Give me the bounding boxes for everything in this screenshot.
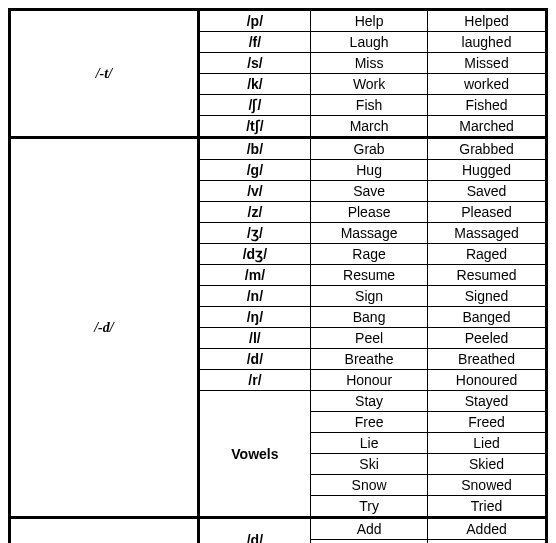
sound-cell: /l/ bbox=[198, 328, 310, 349]
table-row: /-ɪd/ /d/ Add Added bbox=[10, 518, 547, 540]
sound-cell: /ʃ/ bbox=[198, 95, 310, 116]
past-cell: Decided bbox=[428, 540, 547, 544]
past-cell: Peeled bbox=[428, 328, 547, 349]
base-cell: Rage bbox=[311, 244, 428, 265]
base-cell: Grab bbox=[311, 138, 428, 160]
table-row: /-t/ /p/ Help Helped bbox=[10, 10, 547, 32]
sound-cell: /d/ bbox=[198, 518, 310, 544]
sound-cell: /f/ bbox=[198, 32, 310, 53]
ending-d: /-d/ bbox=[10, 138, 199, 518]
base-cell: Decide bbox=[311, 540, 428, 544]
sound-cell: /k/ bbox=[198, 74, 310, 95]
past-cell: Saved bbox=[428, 181, 547, 202]
base-cell: Fish bbox=[311, 95, 428, 116]
sound-cell: /m/ bbox=[198, 265, 310, 286]
base-cell: Help bbox=[311, 10, 428, 32]
sound-cell: /ŋ/ bbox=[198, 307, 310, 328]
past-cell: Helped bbox=[428, 10, 547, 32]
past-cell: worked bbox=[428, 74, 547, 95]
past-cell: Pleased bbox=[428, 202, 547, 223]
sound-cell: /v/ bbox=[198, 181, 310, 202]
ending-t: /-t/ bbox=[10, 10, 199, 138]
sound-cell: /g/ bbox=[198, 160, 310, 181]
base-cell: March bbox=[311, 116, 428, 138]
past-cell: Signed bbox=[428, 286, 547, 307]
past-cell: Freed bbox=[428, 412, 547, 433]
past-cell: Grabbed bbox=[428, 138, 547, 160]
past-cell: Lied bbox=[428, 433, 547, 454]
past-cell: Stayed bbox=[428, 391, 547, 412]
sound-cell: /d/ bbox=[198, 349, 310, 370]
past-cell: Marched bbox=[428, 116, 547, 138]
sound-cell: /s/ bbox=[198, 53, 310, 74]
sound-cell: /z/ bbox=[198, 202, 310, 223]
base-cell: Breathe bbox=[311, 349, 428, 370]
base-cell: Snow bbox=[311, 475, 428, 496]
past-cell: Resumed bbox=[428, 265, 547, 286]
past-cell: Raged bbox=[428, 244, 547, 265]
past-cell: Snowed bbox=[428, 475, 547, 496]
base-cell: Miss bbox=[311, 53, 428, 74]
base-cell: Honour bbox=[311, 370, 428, 391]
past-cell: laughed bbox=[428, 32, 547, 53]
past-cell: Missed bbox=[428, 53, 547, 74]
sound-cell: /r/ bbox=[198, 370, 310, 391]
past-cell: Skied bbox=[428, 454, 547, 475]
base-cell: Ski bbox=[311, 454, 428, 475]
base-cell: Lie bbox=[311, 433, 428, 454]
past-cell: Hugged bbox=[428, 160, 547, 181]
sound-cell: /b/ bbox=[198, 138, 310, 160]
past-cell: Fished bbox=[428, 95, 547, 116]
past-cell: Massaged bbox=[428, 223, 547, 244]
base-cell: Stay bbox=[311, 391, 428, 412]
sound-cell: /tʃ/ bbox=[198, 116, 310, 138]
base-cell: Sign bbox=[311, 286, 428, 307]
base-cell: Save bbox=[311, 181, 428, 202]
base-cell: Add bbox=[311, 518, 428, 540]
base-cell: Work bbox=[311, 74, 428, 95]
past-cell: Added bbox=[428, 518, 547, 540]
base-cell: Peel bbox=[311, 328, 428, 349]
base-cell: Free bbox=[311, 412, 428, 433]
sound-cell: /dʒ/ bbox=[198, 244, 310, 265]
table-row: /-d/ /b/ Grab Grabbed bbox=[10, 138, 547, 160]
sound-cell: /ʒ/ bbox=[198, 223, 310, 244]
base-cell: Laugh bbox=[311, 32, 428, 53]
past-cell: Breathed bbox=[428, 349, 547, 370]
past-cell: Honoured bbox=[428, 370, 547, 391]
sound-cell: /n/ bbox=[198, 286, 310, 307]
ending-id: /-ɪd/ bbox=[10, 518, 199, 544]
pronunciation-table: /-t/ /p/ Help Helped /f/ Laugh laughed /… bbox=[8, 8, 548, 543]
base-cell: Bang bbox=[311, 307, 428, 328]
base-cell: Massage bbox=[311, 223, 428, 244]
vowels-label: Vowels bbox=[198, 391, 310, 518]
base-cell: Please bbox=[311, 202, 428, 223]
past-cell: Tried bbox=[428, 496, 547, 518]
past-cell: Banged bbox=[428, 307, 547, 328]
sound-cell: /p/ bbox=[198, 10, 310, 32]
base-cell: Resume bbox=[311, 265, 428, 286]
base-cell: Hug bbox=[311, 160, 428, 181]
base-cell: Try bbox=[311, 496, 428, 518]
